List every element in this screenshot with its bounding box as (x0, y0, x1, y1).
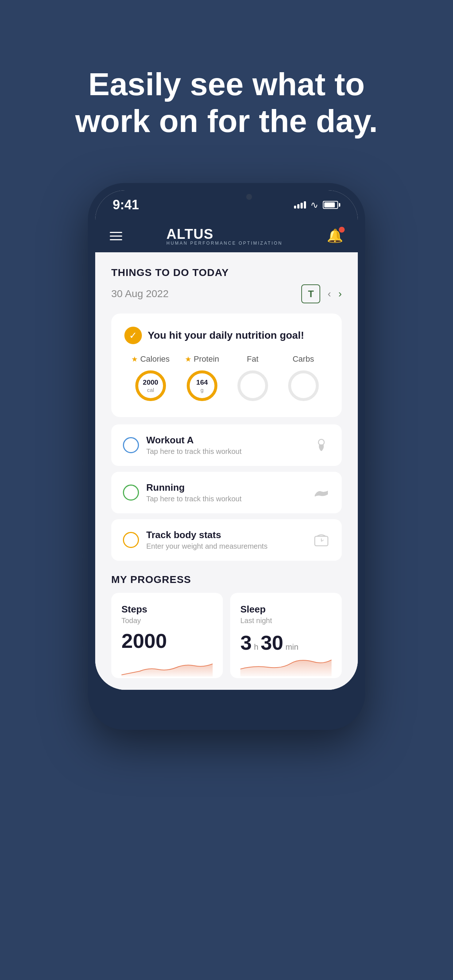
bodystats-task-text: Track body stats Enter your weight and m… (146, 530, 305, 550)
carbs-ring (285, 368, 322, 404)
camera-dot (246, 194, 252, 200)
sleep-card: Sleep Last night 3 h 30 min (230, 593, 342, 678)
svg-point-4 (239, 372, 266, 399)
signal-icon (294, 201, 306, 208)
phone-screen: 9:41 ∿ (95, 190, 358, 690)
sleep-minutes-unit: min (286, 643, 298, 652)
protein-star: ★ (185, 355, 191, 363)
scale-icon (313, 531, 330, 549)
calories-label: Calories (140, 355, 170, 364)
progress-section: MY PROGRESS Steps Today 2000 (111, 566, 342, 678)
protein-col: ★ Protein 164 g (184, 355, 220, 404)
workout-task-circle (123, 437, 139, 453)
sleep-value: 3 h 30 min (240, 631, 332, 654)
steps-card: Steps Today 2000 (111, 593, 223, 678)
kettlebell-icon (313, 436, 330, 454)
nutrition-status-text: You hit your daily nutrition goal! (148, 329, 304, 341)
steps-value: 2000 (121, 631, 213, 651)
logo-subtitle: HUMAN PERFORMANCE OPTIMIZATION (166, 240, 282, 246)
steps-card-title: Steps (121, 604, 213, 615)
workout-task-sub: Tap here to track this workout (146, 447, 305, 456)
bodystats-task-sub: Enter your weight and measurements (146, 542, 305, 550)
notification-badge (339, 227, 345, 232)
nutrition-check-icon: ✓ (124, 327, 142, 344)
running-task-circle (123, 485, 139, 501)
calories-star: ★ (131, 355, 138, 363)
protein-ring: 164 g (184, 368, 220, 404)
status-icons: ∿ (294, 199, 340, 211)
date-display: 30 Aug 2022 (111, 288, 169, 300)
svg-point-5 (290, 372, 317, 399)
next-day-arrow[interactable]: › (338, 288, 342, 300)
sleep-hours: 3 (240, 631, 252, 654)
protein-value: 164 (196, 379, 208, 387)
phone-wrapper: 9:41 ∿ (0, 183, 453, 730)
protein-unit: g (196, 387, 208, 393)
progress-title: MY PROGRESS (111, 574, 342, 585)
workout-task-item[interactable]: Workout A Tap here to track this workout (111, 425, 342, 466)
nav-bar: ALTUS HUMAN PERFORMANCE OPTIMIZATION 🔔 (95, 220, 358, 252)
sleep-card-title: Sleep (240, 604, 332, 615)
date-row: 30 Aug 2022 T ‹ › (111, 285, 342, 303)
menu-button[interactable] (110, 232, 122, 240)
sleep-minutes: 30 (260, 631, 283, 654)
bodystats-task-item[interactable]: Track body stats Enter your weight and m… (111, 519, 342, 561)
wifi-icon: ∿ (310, 199, 318, 211)
running-task-item[interactable]: Running Tap here to track this workout (111, 472, 342, 513)
nutrition-header: ✓ You hit your daily nutrition goal! (124, 327, 329, 344)
progress-cards: Steps Today 2000 (111, 593, 342, 678)
svg-point-6 (318, 439, 324, 445)
calories-value: 2000 (143, 379, 158, 387)
calories-ring: 2000 cal (132, 368, 169, 404)
steps-card-subtitle: Today (121, 617, 213, 625)
running-task-name: Running (146, 482, 305, 493)
carbs-col: Carbs (285, 355, 322, 404)
bodystats-task-name: Track body stats (146, 530, 305, 541)
running-task-sub: Tap here to track this workout (146, 495, 305, 503)
fat-label: Fat (247, 355, 258, 364)
calories-unit: cal (143, 387, 158, 393)
fat-col: Fat (234, 355, 271, 404)
fat-ring (234, 368, 271, 404)
carbs-label: Carbs (292, 355, 314, 364)
nutrition-columns: ★ Calories 2000 cal (124, 355, 329, 404)
logo-main-text: ALTUS (166, 226, 282, 242)
date-controls: T ‹ › (301, 285, 342, 303)
phone-frame: 9:41 ∿ (88, 183, 365, 730)
app-content: THINGS TO DO TODAY 30 Aug 2022 T ‹ › ✓ Y… (95, 252, 358, 690)
bell-button[interactable]: 🔔 (327, 228, 343, 243)
bodystats-task-circle (123, 532, 139, 548)
nutrition-card: ✓ You hit your daily nutrition goal! ★ C… (111, 313, 342, 417)
section-title: THINGS TO DO TODAY (111, 267, 342, 278)
steps-chart (121, 655, 213, 677)
app-logo: ALTUS HUMAN PERFORMANCE OPTIMIZATION (166, 226, 282, 246)
workout-task-text: Workout A Tap here to track this workout (146, 434, 305, 456)
calories-col: ★ Calories 2000 cal (131, 355, 170, 404)
protein-label: Protein (194, 355, 219, 364)
sleep-card-subtitle: Last night (240, 617, 332, 625)
notch (190, 190, 263, 205)
status-bar: 9:41 ∿ (95, 190, 358, 220)
running-task-text: Running Tap here to track this workout (146, 482, 305, 503)
today-badge[interactable]: T (301, 285, 320, 303)
prev-day-arrow[interactable]: ‹ (327, 288, 331, 300)
battery-icon (323, 201, 340, 209)
sleep-hours-unit: h (254, 643, 258, 652)
status-time: 9:41 (113, 197, 139, 213)
hero-text: Easily see what to work on for the day. (44, 0, 409, 169)
sleep-chart (240, 654, 332, 676)
shoe-icon (313, 484, 330, 501)
workout-task-name: Workout A (146, 434, 305, 446)
